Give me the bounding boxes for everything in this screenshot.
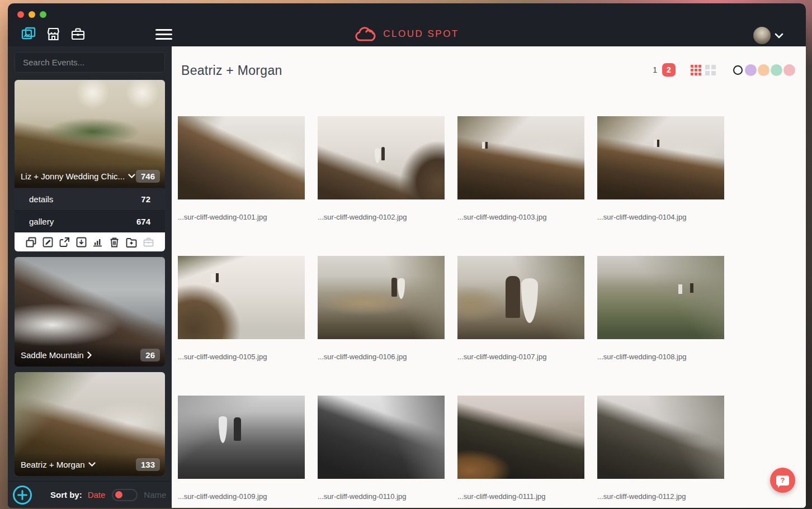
photo-count-badge: 746 <box>136 170 160 183</box>
photo-thumbnail[interactable] <box>178 396 305 479</box>
photo-filename: ...sur-cliff-wedding-0107.jpg <box>457 353 584 361</box>
event-list: Liz + Jonny Wedding Chic... 746 details … <box>8 78 172 481</box>
photo-cell: ...sur-cliff-wedding-0105.jpg <box>178 256 305 396</box>
photo-cell: ...sur-cliff-wedding-0106.jpg <box>318 256 445 396</box>
section-label: details <box>29 194 53 204</box>
photo-cell: ...sur-cliff-wedding-0107.jpg <box>457 256 584 396</box>
photo-filename: ...sur-cliff-wedding-0111.jpg <box>457 492 584 501</box>
account-menu[interactable] <box>753 27 783 44</box>
photo-thumbnail[interactable] <box>318 116 445 199</box>
event-thumbnail[interactable]: Saddle Mountain 26 <box>15 257 165 367</box>
color-filter-mint[interactable] <box>771 64 782 76</box>
gallery-controls: 1 2 <box>653 63 795 77</box>
photo-count-badge: 133 <box>136 458 160 471</box>
photo-cell: ...sur-cliff-wedding-0108.jpg <box>597 256 724 396</box>
event-name: Beatriz + Morgan <box>21 460 85 469</box>
event-thumbnail[interactable]: Liz + Jonny Wedding Chic... 746 <box>15 80 165 188</box>
photo-thumbnail[interactable] <box>597 256 724 339</box>
download-icon[interactable] <box>76 237 87 248</box>
gallery-main: Beatriz + Morgan 1 2 <box>172 46 806 508</box>
page-2-button[interactable]: 2 <box>662 63 676 77</box>
photo-thumbnail[interactable] <box>597 396 724 479</box>
traffic-lights <box>17 11 46 18</box>
add-event-button[interactable] <box>12 484 33 506</box>
photo-thumbnail[interactable] <box>178 256 305 339</box>
help-button[interactable]: ? <box>770 468 795 493</box>
store-icon[interactable] <box>46 27 61 41</box>
event-thumbnail[interactable]: Beatriz + Morgan 133 <box>15 372 165 476</box>
grid-large-view-icon[interactable] <box>705 65 716 75</box>
event-name: Liz + Jonny Wedding Chic... <box>21 172 125 181</box>
sidebar-bottom-bar: Sort by: Date Name <box>8 481 172 508</box>
help-bubble-icon: ? <box>776 475 789 486</box>
photo-thumbnail[interactable] <box>457 116 584 199</box>
section-count: 674 <box>136 217 150 226</box>
section-count: 72 <box>141 194 150 204</box>
app-window: CLOUD SPOT Liz + Jonny Wedding Chic... <box>8 3 806 508</box>
photo-thumbnail[interactable] <box>178 116 305 199</box>
photo-count-badge: 26 <box>140 349 160 361</box>
photo-filename: ...sur-cliff-wedding-0110.jpg <box>318 492 445 501</box>
app-logo: CLOUD SPOT <box>355 26 459 42</box>
sort-option-name[interactable]: Name <box>144 490 166 500</box>
photo-thumbnail[interactable] <box>597 116 724 199</box>
event-card-saddle-mountain[interactable]: Saddle Mountain 26 <box>15 257 165 367</box>
page-1-button[interactable]: 1 <box>653 65 657 74</box>
close-window-button[interactable] <box>17 11 24 18</box>
photo-filename: ...sur-cliff-wedding-0102.jpg <box>318 213 445 221</box>
edit-icon[interactable] <box>43 237 53 248</box>
cloud-logo-icon <box>355 26 377 42</box>
photo-thumbnail[interactable] <box>457 396 584 479</box>
color-filter-clear[interactable] <box>733 65 743 75</box>
event-card-liz-jonny[interactable]: Liz + Jonny Wedding Chic... 746 details … <box>15 80 165 251</box>
sort-label: Sort by: <box>50 490 82 500</box>
toggle-knob[interactable] <box>115 491 122 498</box>
chevron-right-icon[interactable] <box>87 351 92 359</box>
archive-icon[interactable] <box>143 237 154 248</box>
event-section-gallery[interactable]: gallery 674 <box>15 210 165 232</box>
sort-toggle[interactable] <box>112 489 138 501</box>
page-title: Beatriz + Morgan <box>181 63 282 78</box>
galleries-icon[interactable] <box>21 27 36 41</box>
add-folder-icon[interactable] <box>126 237 137 248</box>
grid-small-view-icon[interactable] <box>691 65 701 75</box>
minimize-window-button[interactable] <box>29 11 35 18</box>
section-label: gallery <box>29 217 54 226</box>
color-filter-lavender[interactable] <box>745 64 757 76</box>
photo-cell: ...sur-cliff-wedding-0111.jpg <box>457 396 584 508</box>
menu-icon[interactable] <box>155 29 172 42</box>
event-card-beatriz-morgan[interactable]: Beatriz + Morgan 133 <box>15 372 165 476</box>
photo-filename: ...sur-cliff-wedding-0109.jpg <box>178 492 305 501</box>
search-input[interactable] <box>15 52 165 73</box>
photo-filename: ...sur-cliff-wedding-0103.jpg <box>457 213 584 221</box>
sort-option-date[interactable]: Date <box>88 490 106 500</box>
event-toolbar <box>15 232 165 251</box>
photo-filename: ...sur-cliff-wedding-0112.jpg <box>597 492 724 501</box>
photo-grid: ...sur-cliff-wedding-0101.jpg ...sur-cli… <box>178 116 724 508</box>
photo-thumbnail[interactable] <box>457 256 584 339</box>
event-section-details[interactable]: details 72 <box>15 188 165 210</box>
delete-icon[interactable] <box>109 237 120 248</box>
color-filter-pink[interactable] <box>783 64 795 76</box>
stats-icon[interactable] <box>92 237 103 248</box>
chevron-down-icon[interactable] <box>88 462 96 467</box>
photo-filename: ...sur-cliff-wedding-0108.jpg <box>597 353 724 361</box>
jobs-icon[interactable] <box>70 27 86 41</box>
photo-cell: ...sur-cliff-wedding-0109.jpg <box>178 396 305 508</box>
photo-cell: ...sur-cliff-wedding-0110.jpg <box>318 396 445 508</box>
color-filter-group <box>733 64 795 76</box>
avatar[interactable] <box>753 27 771 44</box>
photo-filename: ...sur-cliff-wedding-0104.jpg <box>597 213 724 221</box>
duplicate-icon[interactable] <box>26 237 36 248</box>
app-logo-text: CLOUD SPOT <box>383 28 459 40</box>
chevron-down-icon[interactable] <box>775 33 783 39</box>
zoom-window-button[interactable] <box>40 11 46 18</box>
sort-control: Sort by: Date Name <box>50 489 166 501</box>
photo-thumbnail[interactable] <box>318 396 445 479</box>
photo-thumbnail[interactable] <box>318 256 445 339</box>
event-name: Saddle Mountain <box>21 350 84 360</box>
color-filter-peach[interactable] <box>758 64 769 76</box>
share-icon[interactable] <box>59 237 70 248</box>
chevron-down-icon[interactable] <box>128 174 135 178</box>
photo-cell: ...sur-cliff-wedding-0104.jpg <box>597 116 724 256</box>
